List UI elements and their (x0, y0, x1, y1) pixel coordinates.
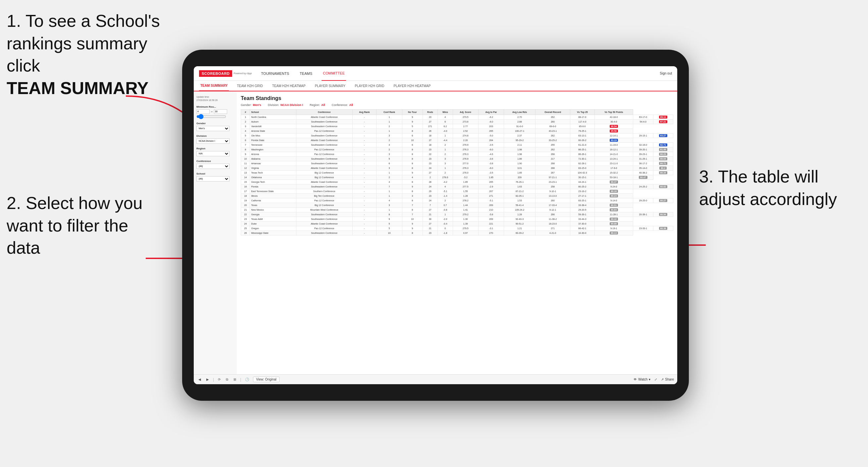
region-label: Region (196, 147, 234, 150)
share-label: Share (665, 378, 674, 381)
table-filters-row: Gender: Men's Division: NCAA Division I … (241, 103, 673, 107)
instruction-3-text: 3. The table will adjust accordingly (699, 167, 837, 209)
col-rank[interactable]: # (241, 110, 250, 115)
table-row[interactable]: 24DukeAtlantic Coast Conference-5927-0.4… (241, 222, 673, 226)
tab-player-h2h-heatmap[interactable]: PLAYER H2H HEATMAP (392, 81, 432, 91)
division-label: Division (196, 134, 234, 137)
tab-player-summary[interactable]: PLAYER SUMMARY (314, 81, 347, 91)
minimum-label: Minimum Rou... (196, 105, 234, 108)
min-to-input[interactable] (214, 109, 227, 114)
table-row[interactable]: 22GeorgiaSoutheastern Conference-8721127… (241, 212, 673, 217)
table-row[interactable]: 14OklahomaBig 12 Conference-242278.6-5.2… (241, 175, 673, 180)
division-filter-pill: Division: NCAA Division I (268, 103, 303, 107)
view-original-label: View: Original (256, 378, 277, 381)
filter-division: Division NCAA Division I NCAA Division I… (196, 134, 234, 144)
col-avg-to-par[interactable]: Avg to Par (478, 110, 504, 115)
gender-filter-label: Gender: (241, 103, 252, 107)
col-wins[interactable]: Wins (438, 110, 453, 115)
table-row[interactable]: 18IllinoisBig Ten Conference-1323-1.41.2… (241, 194, 673, 198)
toolbar-grid[interactable]: ⊞ (232, 377, 238, 382)
table-row[interactable]: 7TennesseeSoutheastern Conference-461822… (241, 143, 673, 147)
conference-filter-pill: Conference: All (332, 103, 353, 107)
table-row[interactable]: 20TexasBig 12 Conference-3770.71.4426959… (241, 203, 673, 208)
division-select[interactable]: NCAA Division I NCAA Division II NCAA Di… (196, 138, 229, 144)
table-row[interactable]: 25OregonPac-12 Conference-59210279.5-3.1… (241, 226, 673, 231)
min-from-input[interactable] (196, 109, 210, 114)
table-row[interactable]: 16FloridaSoutheastern Conference-7924427… (241, 185, 673, 189)
tab-team-h2h-heatmap[interactable]: TEAM H2H HEATMAP (271, 81, 307, 91)
instruction-3: 3. The table will adjust accordingly (699, 165, 858, 210)
table-row[interactable]: 9ArizonaPac-12 Conference-38222276.3-4.6… (241, 152, 673, 157)
instruction-2-text: 2. Select how you want to filter the dat… (7, 193, 143, 257)
logo-area: SCOREBOARD Powered by clippi (199, 70, 252, 77)
toolbar-forward[interactable]: ▶ (205, 377, 210, 382)
table-row[interactable]: 17East Tennessee StateSouthern Conferenc… (241, 189, 673, 194)
col-avg-low[interactable]: Avg Low Rds (504, 110, 535, 115)
nav-teams[interactable]: TEAMS (299, 66, 314, 81)
region-select[interactable]: N/A All (196, 151, 229, 156)
table-row[interactable]: 21New MexicoMountain West Conference-182… (241, 208, 673, 212)
table-title: Team Standings (241, 95, 673, 101)
table-row[interactable]: 23Texas A&MSoutheastern Conference-91030… (241, 217, 673, 222)
nav-tournaments[interactable]: TOURNAMENTS (260, 66, 290, 81)
col-no-tour[interactable]: No Tour (402, 110, 423, 115)
toolbar-copy[interactable]: ⧉ (224, 377, 229, 382)
col-school[interactable]: School (250, 110, 296, 115)
instruction-1-text: 1. To see a School's rankings summary cl… (7, 11, 160, 75)
instruction-1: 1. To see a School's rankings summary cl… (7, 10, 172, 99)
bottom-toolbar: ◀ ▶ | ⟳ ⧉ ⊞ | 🕐 View: Original 👁 Watch ▾… (194, 374, 677, 384)
gender-select[interactable]: Men's Women's (196, 126, 229, 131)
col-conf-rank[interactable]: Conf Rank (376, 110, 402, 115)
filter-region: Region N/A All (196, 147, 234, 156)
toolbar-resize[interactable]: ⤢ (653, 377, 658, 382)
table-row[interactable]: 8WashingtonPac-12 Conference-28231276.3-… (241, 147, 673, 152)
toolbar-clock[interactable]: 🕐 (244, 377, 250, 382)
min-slider[interactable] (196, 115, 226, 118)
col-avg-rank[interactable]: Avg Rank (352, 110, 376, 115)
table-row[interactable]: 4Arizona StatePac-12 Conference-1826-4.0… (241, 129, 673, 133)
gender-filter-value: Men's (253, 103, 261, 107)
table-row[interactable]: 3VanderbiltSoutheastern Conference-25271… (241, 124, 673, 129)
col-vs-top50[interactable]: Vs Top 50 Points (594, 110, 633, 115)
gender-label: Gender (196, 122, 234, 125)
col-conference[interactable]: Conference (296, 110, 352, 115)
table-row[interactable]: 15Georgia TechAtlantic Coast Conference-… (241, 180, 673, 185)
toolbar-reload[interactable]: ⟳ (217, 377, 222, 382)
table-row[interactable]: 12VirginiaAtlantic Coast Conference-3824… (241, 166, 673, 170)
table-row[interactable]: 6Florida StateAtlantic Coast Conference-… (241, 138, 673, 143)
conference-label: Conference (196, 160, 234, 163)
view-original-button[interactable]: View: Original (253, 377, 280, 382)
table-row[interactable]: 11ArkansasSoutheastern Conference-682332… (241, 161, 673, 166)
sign-out-button[interactable]: Sign out (660, 71, 672, 75)
conference-filter-label: Conference: (332, 103, 348, 107)
filter-gender: Gender Men's Women's (196, 122, 234, 131)
watch-button[interactable]: 👁 Watch ▾ (633, 378, 650, 381)
table-row[interactable]: 5Ole MissSoutheastern Conference-3618127… (241, 133, 673, 138)
col-vs-top25[interactable]: Vs Top 25 (570, 110, 594, 115)
share-button[interactable]: ↗ Share (661, 378, 674, 381)
logo: SCOREBOARD (199, 70, 232, 77)
col-adj-score[interactable]: Adj. Score (453, 110, 478, 115)
tab-team-h2h-grid[interactable]: TEAM H2H GRID (236, 81, 264, 91)
table-row[interactable]: 26Mississippi StateSoutheastern Conferen… (241, 231, 673, 236)
gender-filter-pill: Gender: Men's (241, 103, 261, 107)
tab-player-h2h-grid[interactable]: PLAYER H2H GRID (353, 81, 385, 91)
division-filter-value: NCAA Division I (280, 103, 303, 107)
conference-select[interactable]: (All) (196, 164, 229, 169)
toolbar-back[interactable]: ◀ (197, 377, 203, 382)
sidebar: Update time: 27/03/2024 16:56:26 Minimum… (194, 91, 237, 374)
col-overall[interactable]: Overall Record (535, 110, 570, 115)
school-select[interactable]: (All) (196, 176, 229, 182)
table-row[interactable]: 2AuburnSoutheastern Conference-19276273.… (241, 120, 673, 124)
col-rnds[interactable]: Rnds (423, 110, 437, 115)
main-content: Update time: 27/03/2024 16:56:26 Minimum… (194, 91, 677, 374)
table-row[interactable]: 1North CarolinaAtlantic Coast Conference… (241, 115, 673, 120)
sub-nav: TEAM SUMMARY TEAM H2H GRID TEAM H2H HEAT… (194, 81, 677, 91)
table-row[interactable]: 19CaliforniaPac-12 Conference-48242278.2… (241, 198, 673, 203)
division-filter-label: Division: (268, 103, 279, 107)
table-row[interactable]: 10AlabamaSoutheastern Conference-5823327… (241, 157, 673, 161)
nav-committee[interactable]: COMMITTEE (321, 66, 346, 81)
tab-team-summary[interactable]: TEAM SUMMARY (199, 81, 229, 91)
filter-minimum: Minimum Rou... – (196, 105, 234, 119)
table-row[interactable]: 13Texas TechBig 12 Conference-19272276.0… (241, 170, 673, 175)
